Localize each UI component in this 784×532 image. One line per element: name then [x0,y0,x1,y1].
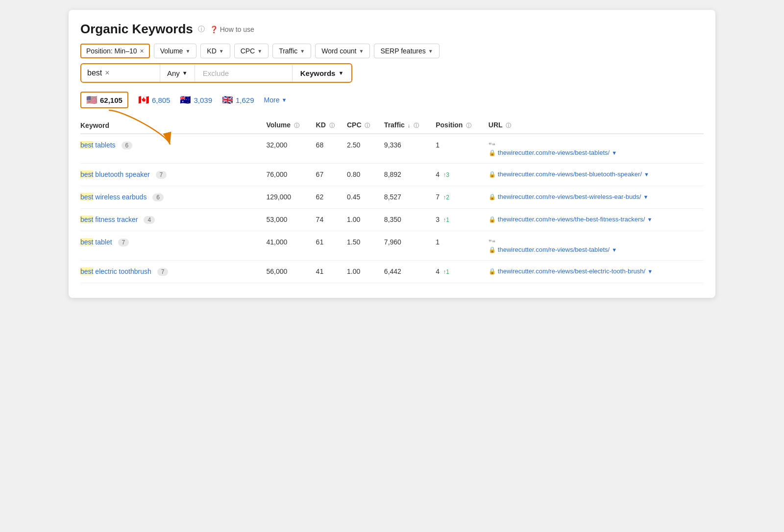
traffic-info-icon: ⓘ [414,122,419,128]
keyword-link[interactable]: best electric toothbrush [80,267,153,275]
col-cpc[interactable]: CPC ⓘ [347,117,384,134]
keyword-link[interactable]: best tablets [80,141,118,149]
copy-icon[interactable]: ❞❝ [489,142,495,149]
col-volume[interactable]: Volume ⓘ [266,117,316,134]
word-count-dropdown[interactable]: Word count ▼ [315,44,370,58]
table-row: best tablet 7 41,000611.507,9601 ❞❝ 🔒 th… [80,231,704,261]
col-traffic[interactable]: Traffic ↓ ⓘ [384,117,436,134]
chevron-down-icon: ▼ [612,150,617,156]
position-cell: 1 [436,134,489,164]
kd-cell: 41 [316,261,347,283]
url-link[interactable]: 🔒 thewirecutter.com/re-views/the-best-fi… [489,216,698,223]
title-info-icon[interactable]: ⓘ [198,25,205,34]
traffic-dropdown[interactable]: Traffic ▼ [272,44,311,58]
keyword-link[interactable]: best bluetooth speaker [80,170,152,178]
volume-cell: 53,000 [266,209,316,231]
url-link[interactable]: 🔒 thewirecutter.com/re-views/best-electr… [489,267,698,275]
volume-info-icon: ⓘ [294,122,299,128]
keyword-cell: best wireless earbuds 6 [80,186,266,209]
keywords-dropdown[interactable]: Keywords ▼ [293,65,352,81]
search-value[interactable]: best [87,69,102,77]
us-count: 62,105 [100,96,122,104]
chevron-down-icon: ▼ [219,48,224,54]
keyword-link[interactable]: best fitness tracker [80,216,140,223]
cpc-dropdown[interactable]: CPC ▼ [234,44,269,58]
url-cell: ❞❝ 🔒 thewirecutter.com/re-views/best-tab… [489,231,704,261]
filter-row-1: Position: Min–10 × Volume ▼ KD ▼ CPC ▼ T… [80,44,704,58]
col-kd[interactable]: KD ⓘ [316,117,347,134]
position-change: ↑3 [441,171,449,178]
keyword-link[interactable]: best tablet [80,238,114,246]
any-dropdown[interactable]: Any ▼ [160,65,195,81]
url-cell: 🔒 thewirecutter.com/re-views/best-electr… [489,261,704,283]
gb-count: 1,629 [236,96,254,104]
chevron-down-icon: ▼ [359,48,364,54]
country-us[interactable]: 🇺🇸 62,105 [80,92,128,108]
country-ca[interactable]: 🇨🇦 6,805 [138,95,171,105]
keyword-link[interactable]: best wireless earbuds [80,193,148,201]
url-cell: 🔒 thewirecutter.com/re-views/best-wirele… [489,186,704,209]
keyword-cell: best tablet 7 [80,231,266,261]
exclude-input[interactable]: Exclude [195,65,293,81]
url-info-icon: ⓘ [506,122,511,128]
chevron-down-icon: ▼ [428,48,433,54]
kd-cell: 61 [316,231,347,261]
kd-cell: 62 [316,186,347,209]
url-link[interactable]: 🔒 thewirecutter.com/re-views/best-tablet… [489,149,698,156]
position-filter-close[interactable]: × [140,47,144,55]
col-keyword: Keyword [80,117,266,134]
url-link[interactable]: 🔒 thewirecutter.com/re-views/best-tablet… [489,246,698,253]
position-change: ↑1 [441,268,449,275]
kd-info-icon: ⓘ [329,122,335,128]
volume-cell: 129,000 [266,186,316,209]
table-row: best wireless earbuds 6 129,000620.458,5… [80,186,704,209]
country-row: 🇺🇸 62,105 🇨🇦 6,805 🇦🇺 3,039 🇬🇧 1,629 Mor… [80,92,704,108]
cpc-info-icon: ⓘ [365,122,370,128]
how-to-use-link[interactable]: ❓ How to use [210,25,254,33]
chevron-down-icon: ▼ [300,48,305,54]
word-count-badge: 6 [122,142,133,149]
table-row: best tablets 6 32,000682.509,3361 ❞❝ 🔒 t… [80,134,704,164]
url-link[interactable]: 🔒 thewirecutter.com/re-views/best-wirele… [489,193,698,200]
au-count: 3,039 [194,96,212,104]
table-body: best tablets 6 32,000682.509,3361 ❞❝ 🔒 t… [80,134,704,283]
country-au[interactable]: 🇦🇺 3,039 [180,95,212,105]
us-flag: 🇺🇸 [86,95,97,105]
copy-icon[interactable]: ❞❝ [489,239,495,246]
country-gb[interactable]: 🇬🇧 1,629 [222,95,254,105]
url-link[interactable]: 🔒 thewirecutter.com/re-views/best-blueto… [489,170,698,178]
kd-dropdown[interactable]: KD ▼ [200,44,230,58]
word-count-badge: 7 [156,171,167,179]
search-input-wrap: best × [81,65,160,81]
more-countries-button[interactable]: More ▼ [264,96,287,104]
keyword-cell: best electric toothbrush 7 [80,261,266,283]
volume-cell: 32,000 [266,134,316,164]
kd-cell: 74 [316,209,347,231]
position-filter-label: Position: Min–10 [86,47,137,55]
position-info-icon: ⓘ [466,122,471,128]
keyword-cell: best tablets 6 [80,134,266,164]
volume-cell: 56,000 [266,261,316,283]
serp-features-dropdown[interactable]: SERP features ▼ [374,44,439,58]
volume-cell: 41,000 [266,231,316,261]
cpc-cell: 0.45 [347,186,384,209]
lock-icon: 🔒 [489,246,496,253]
header-row: Organic Keywords ⓘ ❓ How to use [80,22,704,37]
lock-icon: 🔒 [489,171,496,178]
position-cell: 1 [436,231,489,261]
search-clear-button[interactable]: × [105,69,109,77]
volume-dropdown[interactable]: Volume ▼ [154,44,197,58]
chevron-down-icon: ▼ [185,48,190,54]
ca-flag: 🇨🇦 [138,95,149,105]
col-position[interactable]: Position ⓘ [436,117,489,134]
kd-cell: 68 [316,134,347,164]
position-change: ↑1 [441,217,449,223]
traffic-cell: 8,350 [384,209,436,231]
lock-icon: 🔒 [489,149,496,156]
cpc-cell: 1.00 [347,261,384,283]
url-cell: ❞❝ 🔒 thewirecutter.com/re-views/best-tab… [489,134,704,164]
ca-count: 6,805 [152,96,171,104]
position-filter-chip[interactable]: Position: Min–10 × [80,44,150,58]
table-row: best fitness tracker 4 53,000741.008,350… [80,209,704,231]
col-url[interactable]: URL ⓘ [489,117,704,134]
